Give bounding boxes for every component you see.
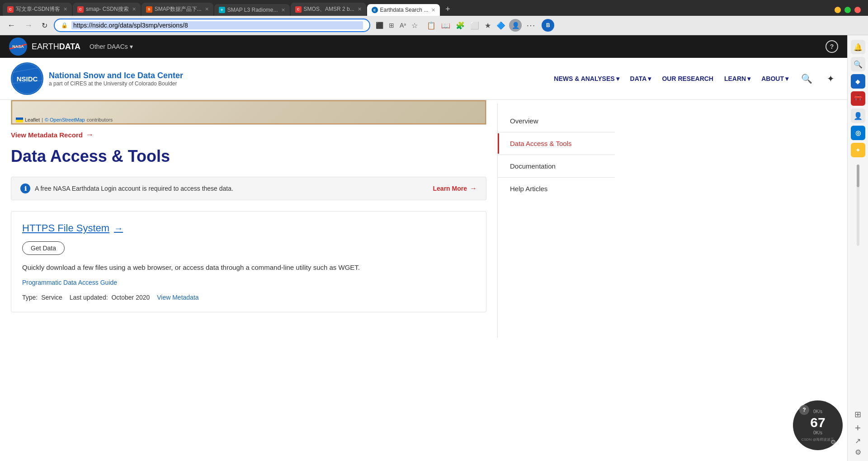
page-info-button[interactable]: 📋 xyxy=(425,19,438,32)
tab-2-close[interactable]: ✕ xyxy=(132,6,136,12)
data-text: DATA xyxy=(59,42,80,51)
nsidc-logo[interactable]: NSIDC National Snow and Ice Data Center … xyxy=(11,62,183,95)
minimize-button[interactable] xyxy=(835,7,841,13)
share-icon-button[interactable]: ✦ xyxy=(825,71,836,86)
split-view-button[interactable]: ⊞ xyxy=(387,20,396,31)
learn-more-link[interactable]: Learn More → xyxy=(433,184,477,193)
meta-updated-value: October 2020 xyxy=(111,294,150,301)
ext-notification-icon[interactable]: 🔔 xyxy=(851,40,865,54)
toc-divider-1 xyxy=(498,132,615,132)
collections-button[interactable]: 🔷 xyxy=(495,19,507,32)
other-daacs-button[interactable]: Other DAACs ▾ xyxy=(90,43,133,50)
speed-csdn-text: CSDN @海师波波工 xyxy=(801,437,834,442)
meta-updated-label: Last updated: xyxy=(70,294,108,301)
nasa-logo-area: NASA EARTHDATA xyxy=(9,38,80,56)
maximize-button[interactable] xyxy=(844,7,851,13)
tab-4[interactable]: ✳ SMAP L3 Radiome... ✕ xyxy=(214,4,290,16)
ext-settings-icon[interactable]: ⚙ xyxy=(855,448,861,456)
help-badge[interactable]: ? xyxy=(799,405,809,415)
ext-search-icon[interactable]: 🔍 xyxy=(851,57,865,71)
ext-external-icon[interactable]: ↗ xyxy=(855,437,861,445)
ext-plus-icon[interactable]: + xyxy=(855,422,861,434)
toc-item-help[interactable]: Help Articles xyxy=(498,179,615,199)
profile-button[interactable]: 👤 xyxy=(509,19,522,32)
reload-button[interactable]: ↻ xyxy=(39,20,50,31)
map-area: Leaflet | © OpenStreetMap contributors xyxy=(11,100,486,125)
nav-learn[interactable]: LEARN ▾ xyxy=(724,75,750,82)
reader-mode-button[interactable]: Aᵃ xyxy=(398,20,408,31)
bravo-extension-button[interactable]: B xyxy=(542,19,554,32)
toc-item-data-access[interactable]: Data Access & Tools xyxy=(498,133,615,154)
tab-5-close[interactable]: ✕ xyxy=(358,6,362,12)
nsidc-org-subtitle: a part of CIRES at the University of Col… xyxy=(49,80,183,87)
tab-4-close[interactable]: ✕ xyxy=(281,7,285,13)
close-button[interactable] xyxy=(854,7,861,13)
favorites-button[interactable]: ☆ xyxy=(410,19,420,32)
ext-person-icon[interactable]: 👤 xyxy=(851,108,865,123)
address-field[interactable]: 🔒 https://nsidc.org/data/spl3smp/version… xyxy=(54,19,370,32)
leaflet-link[interactable]: Leaflet xyxy=(16,117,40,122)
ext-grid-icon[interactable]: ⊞ xyxy=(854,409,861,419)
meta-type-value: Service xyxy=(41,294,62,301)
ext-red-icon[interactable]: 🧰 xyxy=(851,91,865,106)
tab-6-active[interactable]: E Earthdata Search ... ✕ xyxy=(367,4,440,16)
earthdata-brand[interactable]: EARTHDATA xyxy=(32,42,80,52)
forward-button[interactable]: → xyxy=(22,20,35,31)
openstreetmap-link[interactable]: © OpenStreetMap xyxy=(45,117,85,122)
speed-line-2: 0K/s xyxy=(813,430,822,436)
extension-puzzle-button[interactable]: 🧩 xyxy=(454,19,467,32)
toc-item-overview[interactable]: Overview xyxy=(498,111,615,131)
address-text[interactable]: https://nsidc.org/data/spl3smp/versions/… xyxy=(71,21,363,29)
card-title-arrow: → xyxy=(114,223,123,234)
browser-extension-icons: 📋 📖 🧩 ⬜ ★ 🔷 👤 ⋯ xyxy=(425,19,538,32)
tab-3-label: SMAP数据产品下... xyxy=(155,5,202,13)
tab-3[interactable]: S SMAP数据产品下... ✕ xyxy=(142,3,213,16)
tab-2[interactable]: C smap- CSDN搜索 ✕ xyxy=(73,3,141,16)
card-title-link[interactable]: HTTPS File System → xyxy=(22,222,123,234)
search-icon-button[interactable]: 🔍 xyxy=(799,71,814,86)
ext-blue-icon[interactable]: ◆ xyxy=(851,74,865,89)
nasa-text: NASA xyxy=(12,44,24,49)
toc-divider-3 xyxy=(498,177,615,178)
view-metadata-card-link[interactable]: View Metadata xyxy=(157,294,198,301)
info-box: ℹ A free NASA Earthdata Login account is… xyxy=(11,177,486,200)
nav-news[interactable]: NEWS & ANALYSES ▾ xyxy=(554,75,619,82)
tab-2-label: smap- CSDN搜索 xyxy=(86,5,129,13)
toc-item-documentation[interactable]: Documentation xyxy=(498,156,615,176)
earthdata-help-button[interactable]: ? xyxy=(826,40,838,53)
toc-divider-2 xyxy=(498,155,615,155)
tab-3-close[interactable]: ✕ xyxy=(205,6,209,12)
back-button[interactable]: ← xyxy=(5,20,18,31)
ext-yellow-icon[interactable]: ✦ xyxy=(851,143,865,157)
settings-icon[interactable]: ⚙ xyxy=(830,438,836,446)
nav-data[interactable]: DATA ▾ xyxy=(630,75,651,82)
tab-1-favicon: C xyxy=(7,6,14,13)
tab-1[interactable]: C 写文章-CSDN博客 ✕ xyxy=(3,3,72,16)
tab-6-close[interactable]: ✕ xyxy=(431,7,435,13)
immersive-reader-button[interactable]: 📖 xyxy=(439,19,452,32)
main-content: Leaflet | © OpenStreetMap contributors V… xyxy=(0,100,497,338)
view-metadata-row: View Metadata Record → xyxy=(11,130,486,140)
get-data-button[interactable]: Get Data xyxy=(22,241,65,255)
screen-cast-button[interactable]: ⬛ xyxy=(374,20,385,31)
new-tab-button[interactable]: + xyxy=(441,3,455,16)
nsidc-logo-text: NSIDC xyxy=(17,75,38,83)
lock-icon: 🔒 xyxy=(61,22,68,28)
card-meta: Type: Service Last updated: October 2020… xyxy=(22,294,475,301)
info-icon: ℹ xyxy=(20,183,30,193)
info-text: A free NASA Earthdata Login account is r… xyxy=(35,185,233,192)
sidebar-button[interactable]: ⬜ xyxy=(468,19,481,32)
ukraine-flag xyxy=(16,118,23,122)
ext-outlook-icon[interactable]: ◎ xyxy=(851,126,865,140)
view-metadata-link[interactable]: View Metadata Record → xyxy=(11,130,94,140)
nasa-meatball[interactable]: NASA xyxy=(9,38,27,56)
nav-about[interactable]: ABOUT ▾ xyxy=(761,75,788,82)
programmatic-guide-link[interactable]: Programmatic Data Access Guide xyxy=(22,279,117,286)
window-controls xyxy=(835,7,865,16)
more-options-button[interactable]: ⋯ xyxy=(524,19,538,32)
sidebar-scrollbar-thumb[interactable] xyxy=(857,165,859,187)
favorites-star-button[interactable]: ★ xyxy=(483,19,493,32)
nav-research[interactable]: OUR RESEARCH xyxy=(662,75,713,82)
tab-5[interactable]: C SMOS、AMSR 2 b... ✕ xyxy=(291,3,366,16)
tab-1-close[interactable]: ✕ xyxy=(63,6,67,12)
